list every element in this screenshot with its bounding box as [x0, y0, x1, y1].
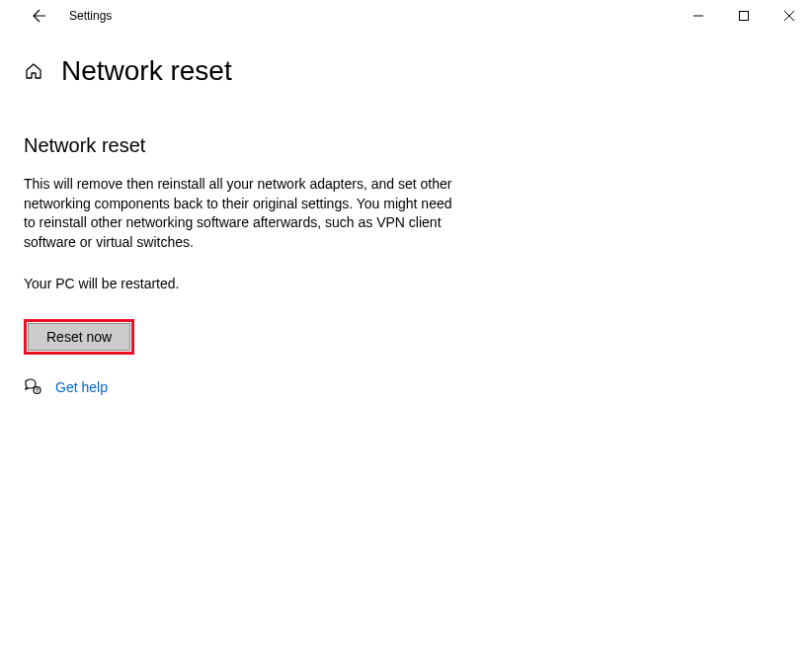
maximize-button[interactable] — [721, 0, 767, 32]
home-icon-svg — [24, 61, 43, 81]
svg-rect-0 — [740, 12, 749, 21]
minimize-icon — [693, 11, 703, 21]
window-title: Settings — [69, 9, 112, 23]
minimize-button[interactable] — [676, 0, 721, 32]
reset-button-highlight: Reset now — [24, 319, 134, 355]
page-header: Network reset — [0, 32, 812, 87]
arrow-left-icon — [32, 8, 47, 24]
help-row: Get help — [24, 378, 569, 396]
home-icon[interactable] — [24, 61, 43, 81]
restart-notice: Your PC will be restarted. — [24, 276, 569, 291]
content-area: Network reset This will remove then rein… — [0, 87, 593, 396]
maximize-icon — [739, 11, 749, 21]
titlebar: Settings — [0, 0, 812, 32]
section-heading: Network reset — [24, 134, 569, 157]
page-title: Network reset — [61, 55, 232, 87]
back-button[interactable] — [24, 0, 55, 32]
close-icon — [784, 11, 794, 21]
reset-now-button[interactable]: Reset now — [28, 323, 130, 351]
description-text: This will remove then reinstall all your… — [24, 175, 458, 252]
get-help-link[interactable]: Get help — [55, 379, 108, 395]
close-button[interactable] — [767, 0, 812, 32]
window-controls — [676, 0, 812, 32]
get-help-icon — [24, 378, 41, 396]
